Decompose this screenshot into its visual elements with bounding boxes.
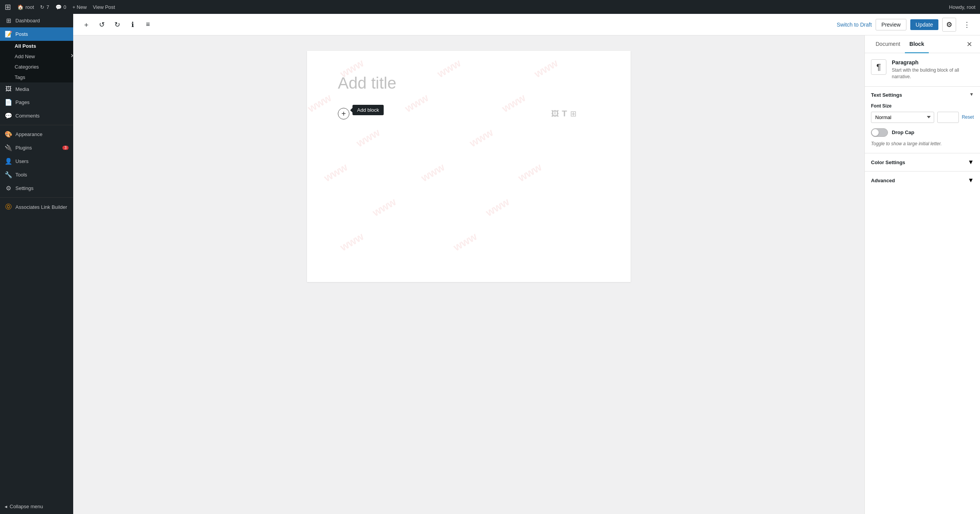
- redo-icon: ↻: [114, 20, 120, 29]
- font-size-label: Font Size: [871, 103, 974, 109]
- sidebar-item-dashboard[interactable]: ⊞ Dashboard: [0, 14, 73, 27]
- sidebar-subitem-all-posts[interactable]: All Posts: [0, 41, 73, 51]
- updates-item[interactable]: ↻ 7: [40, 4, 49, 10]
- sidebar-item-appearance[interactable]: 🎨 Appearance: [0, 128, 73, 141]
- toolbar-right: Switch to Draft Preview Update ⚙ ⋮: [837, 18, 974, 32]
- sidebar-item-posts[interactable]: 📝 Posts › All Posts Add New Categories: [0, 27, 73, 82]
- font-size-select[interactable]: Small Normal Medium Large Huge: [871, 112, 934, 123]
- sidebar-subitem-add-new[interactable]: Add New: [0, 51, 73, 62]
- text-settings-chevron-icon: ▲: [969, 92, 974, 97]
- advanced-section[interactable]: Advanced ▼: [865, 171, 980, 189]
- collapse-icon: ◂: [5, 504, 7, 509]
- pages-icon: 📄: [5, 99, 12, 106]
- post-title-field[interactable]: Add title: [338, 74, 600, 92]
- plugins-badge: 3: [62, 146, 69, 150]
- text-settings-header[interactable]: Text Settings ▲: [865, 87, 980, 103]
- panel-header: Document Block ✕: [865, 35, 980, 53]
- drop-cap-label: Drop Cap: [892, 129, 915, 135]
- settings-button[interactable]: ⚙: [942, 18, 956, 32]
- media-icon: 🖼: [5, 86, 12, 92]
- preview-button[interactable]: Preview: [876, 19, 906, 30]
- sidebar-subitem-categories[interactable]: Categories: [0, 62, 73, 72]
- app-layout: ⊞ Dashboard 📝 Posts › All Posts Add New: [0, 0, 980, 514]
- advanced-chevron-icon: ▼: [968, 177, 974, 184]
- appearance-icon: 🎨: [5, 131, 12, 138]
- collapse-menu-button[interactable]: ◂ Collapse menu: [0, 499, 73, 514]
- list-view-button[interactable]: ≡: [141, 18, 155, 32]
- tab-block[interactable]: Block: [905, 35, 929, 53]
- sidebar-item-associates[interactable]: ⓪ Associates Link Builder: [0, 200, 73, 214]
- editor-canvas[interactable]: www www www www www www www www www www …: [73, 35, 864, 514]
- text-settings-section: Text Settings ▲ Font Size Small Normal M…: [865, 87, 980, 154]
- switch-to-draft-button[interactable]: Switch to Draft: [837, 22, 872, 28]
- undo-icon: ↺: [99, 20, 105, 29]
- text-block-icon[interactable]: T: [562, 109, 567, 119]
- sidebar-item-media-label: Media: [15, 86, 29, 92]
- plugins-icon: 🔌: [5, 144, 12, 151]
- text-settings-body: Font Size Small Normal Medium Large Huge…: [865, 103, 980, 153]
- tab-document[interactable]: Document: [871, 35, 905, 53]
- sidebar-subitem-tags[interactable]: Tags: [0, 72, 73, 82]
- columns-block-icon[interactable]: ⊞: [570, 109, 577, 118]
- info-button[interactable]: ℹ: [126, 18, 139, 32]
- panel-close-button[interactable]: ✕: [965, 39, 974, 50]
- add-block-toolbar-icon: ＋: [83, 20, 90, 29]
- site-name-item[interactable]: 🏠 root: [17, 4, 34, 10]
- more-options-button[interactable]: ⋮: [960, 18, 974, 32]
- sidebar-item-pages[interactable]: 📄 Pages: [0, 96, 73, 109]
- posts-icon: 📝: [5, 30, 12, 38]
- view-post-item[interactable]: View Post: [93, 4, 115, 10]
- update-button[interactable]: Update: [910, 19, 938, 30]
- block-description: Start with the building block of all nar…: [892, 67, 974, 80]
- text-settings-label: Text Settings: [871, 92, 902, 98]
- add-block-plus-icon: +: [341, 109, 346, 118]
- sidebar-item-comments[interactable]: 💬 Comments: [0, 109, 73, 123]
- block-tools: 🖼 T ⊞: [551, 109, 577, 119]
- sidebar-item-settings[interactable]: ⚙ Settings: [0, 181, 73, 195]
- sidebar-item-tools[interactable]: 🔧 Tools: [0, 168, 73, 181]
- image-block-icon[interactable]: 🖼: [551, 109, 559, 118]
- color-settings-chevron-icon: ▼: [968, 159, 974, 166]
- site-name-label: root: [25, 4, 34, 10]
- advanced-label: Advanced: [871, 178, 895, 183]
- sidebar-item-tools-label: Tools: [15, 172, 27, 178]
- wp-logo-icon: ⊞: [5, 2, 11, 12]
- add-block-toolbar-button[interactable]: ＋: [79, 18, 93, 32]
- comments-count: 0: [64, 4, 66, 10]
- undo-button[interactable]: ↺: [95, 18, 109, 32]
- sidebar-item-plugins[interactable]: 🔌 Plugins 3: [0, 141, 73, 155]
- sidebar-item-settings-label: Settings: [15, 185, 34, 191]
- main-content: ＋ ↺ ↻ ℹ ≡ Switch to Draft Preview Update…: [73, 14, 980, 514]
- drop-cap-description: Toggle to show a large initial letter.: [871, 141, 974, 147]
- new-item[interactable]: + New: [72, 4, 87, 10]
- settings-icon: ⚙: [5, 185, 12, 192]
- users-icon: 👤: [5, 158, 12, 165]
- editor-toolbar: ＋ ↺ ↻ ℹ ≡ Switch to Draft Preview Update…: [73, 14, 980, 35]
- sidebar-item-appearance-label: Appearance: [15, 131, 42, 137]
- wp-logo-item[interactable]: ⊞: [5, 2, 11, 12]
- sidebar-item-dashboard-label: Dashboard: [15, 18, 40, 24]
- font-size-reset-button[interactable]: Reset: [962, 114, 974, 120]
- drop-cap-toggle[interactable]: [871, 128, 888, 137]
- info-icon: ℹ: [131, 20, 134, 29]
- font-size-custom-input[interactable]: [937, 112, 959, 123]
- color-settings-section[interactable]: Color Settings ▼: [865, 153, 980, 171]
- tags-label: Tags: [15, 74, 25, 80]
- sidebar-item-posts-label: Posts: [15, 31, 28, 37]
- sidebar: ⊞ Dashboard 📝 Posts › All Posts Add New: [0, 14, 73, 514]
- categories-label: Categories: [15, 64, 39, 70]
- add-block-circle-button[interactable]: +: [338, 108, 349, 119]
- editor-area: www www www www www www www www www www …: [73, 35, 980, 514]
- comments-item[interactable]: 💬 0: [55, 4, 66, 10]
- sidebar-item-users-label: Users: [15, 158, 29, 164]
- sidebar-item-plugins-label: Plugins: [15, 145, 32, 151]
- redo-button[interactable]: ↻: [110, 18, 124, 32]
- sidebar-item-users[interactable]: 👤 Users: [0, 155, 73, 168]
- paragraph-icon: ¶: [876, 62, 881, 72]
- block-info: ¶ Paragraph Start with the building bloc…: [865, 53, 980, 87]
- sidebar-item-pages-label: Pages: [15, 99, 30, 105]
- sidebar-menu: ⊞ Dashboard 📝 Posts › All Posts Add New: [0, 14, 73, 214]
- editor-paper: www www www www www www www www www www …: [307, 51, 631, 282]
- sidebar-item-media[interactable]: 🖼 Media: [0, 82, 73, 96]
- sidebar-item-comments-label: Comments: [15, 113, 40, 119]
